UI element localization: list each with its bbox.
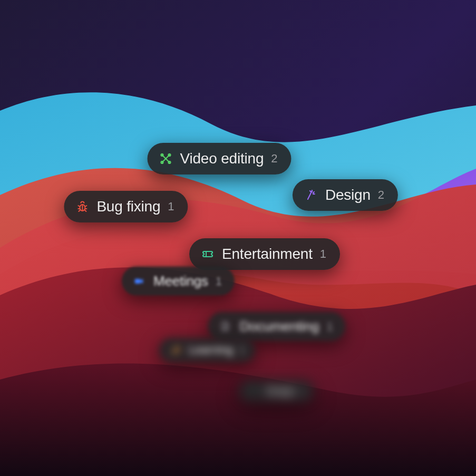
pill-label: Learning <box>189 343 233 357</box>
svg-point-7 <box>172 352 174 353</box>
ticket-icon <box>201 247 215 261</box>
pill-learning[interactable]: Learning 1 <box>159 338 255 362</box>
pill-entertainment[interactable]: Entertainment 1 <box>189 238 340 270</box>
pill-label: Design <box>325 187 371 203</box>
pill-design-small[interactable]: Design 1 <box>238 380 314 402</box>
pill-count: 1 <box>326 319 333 333</box>
stage: Video editing 2 Bug fixing 1 Design <box>0 0 476 476</box>
svg-rect-6 <box>135 278 141 283</box>
pill-label: Meetings <box>153 273 208 289</box>
pill-design[interactable]: Design 2 <box>293 179 398 211</box>
pill-count: 1 <box>168 200 174 213</box>
tools-crossed-icon <box>159 152 172 166</box>
svg-point-8 <box>177 351 179 353</box>
pill-count: 1 <box>239 345 245 356</box>
sparkle-icon <box>247 384 260 398</box>
pill-label: Entertainment <box>222 246 313 263</box>
pill-video-editing[interactable]: Video editing 2 <box>147 143 291 174</box>
magic-wand-icon <box>304 188 318 202</box>
music-note-icon <box>169 343 182 357</box>
bug-icon <box>75 200 89 213</box>
pill-label: Design <box>266 386 295 397</box>
pill-label: Bug fixing <box>96 198 160 215</box>
pill-meetings[interactable]: Meetings 1 <box>122 267 235 296</box>
pill-bug-fixing[interactable]: Bug fixing 1 <box>64 191 188 222</box>
pill-count: 1 <box>320 247 326 261</box>
pill-label: Video editing <box>180 150 264 167</box>
pill-count: 2 <box>378 188 384 202</box>
pill-label: Documenting <box>239 318 319 335</box>
pill-documenting[interactable]: Documenting 1 <box>208 312 345 341</box>
document-icon <box>218 319 232 333</box>
video-camera-icon <box>132 274 146 288</box>
pill-count: 1 <box>216 274 222 288</box>
pill-count: 2 <box>271 152 277 166</box>
pill-count: 1 <box>300 387 304 396</box>
